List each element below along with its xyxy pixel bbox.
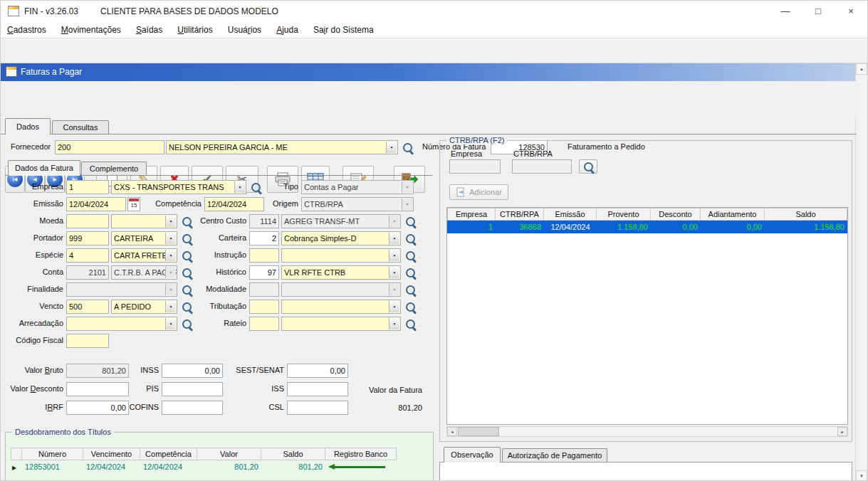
- sest-senat-field[interactable]: 0,00: [287, 364, 348, 378]
- combo-arrow-icon[interactable]: ▼: [389, 301, 399, 312]
- col-header-saldo[interactable]: Saldo: [765, 208, 847, 221]
- col-header-desconto[interactable]: Desconto: [651, 208, 701, 221]
- scroll-right-button[interactable]: ►: [837, 427, 847, 436]
- finalidade-label: Finalidade: [4, 285, 63, 293]
- adicionar-button[interactable]: Adicionar: [449, 184, 508, 200]
- col-header-empresa[interactable]: Empresa: [447, 208, 496, 221]
- scroll-left-button[interactable]: ◄: [447, 427, 457, 436]
- combo-arrow-icon[interactable]: ▼: [389, 318, 399, 329]
- tab-autorizacao[interactable]: Autorização de Pagamento: [502, 448, 607, 462]
- emissao-calendar-button[interactable]: 15: [127, 197, 140, 211]
- application-window: FIN - v3.26.03 CLIENTE PARA BASES DE DAD…: [0, 0, 868, 481]
- col-header-numero[interactable]: Número: [22, 448, 83, 460]
- historico-name-combo[interactable]: VLR RFTE CTRB▼: [281, 265, 401, 280]
- col-header-ctrb-rpa[interactable]: CTRB/RPA: [496, 208, 544, 221]
- modalidade-combo: ▼: [281, 282, 401, 297]
- carteira-name-combo[interactable]: Cobrança Simples-D▼: [281, 231, 401, 245]
- col-header-valor[interactable]: Valor: [197, 448, 261, 460]
- menu-usuarios[interactable]: Usuários: [221, 22, 268, 38]
- col-header-vencimento[interactable]: Vencimento: [83, 448, 140, 460]
- maximize-button[interactable]: □: [802, 1, 835, 22]
- instrucao-code-field[interactable]: [249, 248, 279, 263]
- finalidade-combo: ▼: [66, 282, 177, 297]
- rateio-lookup-icon[interactable]: [404, 317, 417, 330]
- combo-arrow-icon[interactable]: ▼: [389, 250, 399, 261]
- csl-field[interactable]: [287, 401, 348, 415]
- moeda-label: Moeda: [4, 216, 63, 225]
- menu-ajuda[interactable]: Ajuda: [270, 22, 305, 38]
- combo-arrow-icon[interactable]: ▼: [386, 142, 397, 153]
- emissao-field[interactable]: 12/04/2024: [66, 197, 126, 211]
- col-header-provento[interactable]: Provento: [597, 208, 651, 221]
- record-toolbar: |◀ ◀ ▶ ▶| ★ ✎ ✖ ✔ ✂: [1, 81, 857, 119]
- carteira-lookup-icon[interactable]: [404, 232, 417, 245]
- col-header-adiantamento[interactable]: Adiantamento: [701, 208, 765, 221]
- combo-arrow-icon[interactable]: ▼: [165, 216, 176, 227]
- portador-code-field[interactable]: 999: [66, 231, 109, 245]
- ctrb-grid-hscrollbar[interactable]: ◄ ►: [446, 426, 848, 437]
- scroll-up-button[interactable]: ▲: [856, 63, 867, 75]
- portador-name-combo[interactable]: CARTEIRA▼: [111, 231, 177, 245]
- combo-arrow-icon[interactable]: ▼: [389, 267, 399, 278]
- tributacao-code-field[interactable]: [249, 300, 279, 314]
- col-header-competencia[interactable]: Competência: [140, 448, 197, 460]
- tab-complemento[interactable]: Complemento: [81, 162, 147, 175]
- combo-arrow-icon[interactable]: ▼: [165, 250, 176, 261]
- close-button[interactable]: ×: [835, 1, 867, 22]
- observacao-memo[interactable]: [439, 462, 852, 481]
- hscrollbar-thumb[interactable]: [458, 427, 499, 436]
- combo-arrow-icon[interactable]: ▼: [389, 233, 399, 244]
- combo-arrow-icon[interactable]: ▼: [165, 318, 176, 329]
- menu-sair[interactable]: Sair do Sistema: [307, 22, 380, 38]
- rateio-code-field[interactable]: [249, 317, 279, 331]
- fornecedor-name-combo[interactable]: NELSON PEREIRA GARCIA - ME▼: [166, 140, 398, 154]
- col-header-emissao[interactable]: Emissão: [544, 208, 597, 221]
- moeda-name-combo[interactable]: ▼: [111, 214, 177, 228]
- minimize-button[interactable]: —: [769, 1, 802, 22]
- tributacao-lookup-icon[interactable]: [404, 300, 417, 313]
- carteira-code-field[interactable]: 2: [249, 231, 279, 245]
- valor-fatura-label: Valor da Fatura: [355, 386, 422, 394]
- rateio-combo[interactable]: ▼: [281, 317, 401, 331]
- codigo-fiscal-field[interactable]: [66, 334, 109, 348]
- scroll-down-button[interactable]: ▼: [856, 470, 867, 481]
- tab-dados-fatura[interactable]: Dados da Fatura: [8, 160, 80, 176]
- menu-utilitarios[interactable]: Utilitários: [171, 22, 219, 38]
- combo-arrow-icon[interactable]: ▼: [165, 233, 176, 244]
- tab-observacao[interactable]: Observação: [444, 447, 501, 462]
- ctrb-lookup-button[interactable]: [579, 159, 597, 174]
- titulo-row[interactable]: ▶ 12853001 12/04/2024 12/04/2024 801,20 …: [11, 460, 427, 473]
- cofins-field[interactable]: [162, 401, 223, 415]
- especie-name-combo[interactable]: CARTA FRETE▼: [111, 248, 177, 263]
- vencto-code-field[interactable]: 500: [66, 300, 109, 314]
- sest-senat-label: SEST/SENAT: [226, 366, 284, 374]
- col-header-saldo[interactable]: Saldo: [261, 448, 325, 460]
- modalidade-lookup-icon[interactable]: [404, 283, 417, 296]
- empresa-name-combo[interactable]: CXS - TRANSPORTES TRANS▼: [111, 180, 246, 194]
- arrecadacao-combo[interactable]: ▼: [66, 317, 177, 331]
- menu-saidas[interactable]: Saídas: [130, 22, 169, 38]
- tributacao-combo[interactable]: ▼: [281, 300, 401, 314]
- inss-field[interactable]: 0,00: [162, 364, 223, 378]
- instrucao-name-combo[interactable]: ▼: [281, 248, 401, 263]
- vencto-name-combo[interactable]: A PEDIDO▼: [111, 300, 177, 314]
- menu-cadastros[interactable]: Cadastros: [1, 22, 53, 38]
- combo-arrow-icon[interactable]: ▼: [165, 301, 176, 312]
- fornecedor-code-field[interactable]: 200: [55, 140, 164, 154]
- fornecedor-lookup-icon[interactable]: [401, 141, 414, 154]
- tab-consultas[interactable]: Consultas: [52, 120, 109, 134]
- vertical-scrollbar[interactable]: ▲ ▼: [855, 63, 867, 481]
- empresa-code-field[interactable]: 1: [66, 180, 109, 194]
- historico-code-field[interactable]: 97: [249, 265, 279, 280]
- tab-dados[interactable]: Dados: [5, 118, 51, 134]
- moeda-code-field[interactable]: [66, 214, 109, 228]
- col-header-registro-banco[interactable]: Registro Banco: [325, 448, 397, 460]
- iss-field[interactable]: [287, 382, 348, 396]
- especie-code-field[interactable]: 4: [66, 248, 109, 263]
- ctrb-row-selected[interactable]: 1 36868 12/04/2024 1.158,80 0,00 0,00 1.…: [447, 221, 847, 233]
- menu-movimentacoes[interactable]: Movimentações: [55, 22, 127, 38]
- centro-custo-lookup-icon[interactable]: [404, 215, 417, 228]
- historico-lookup-icon[interactable]: [404, 266, 417, 279]
- pis-field[interactable]: [162, 382, 223, 396]
- instrucao-lookup-icon[interactable]: [404, 249, 417, 262]
